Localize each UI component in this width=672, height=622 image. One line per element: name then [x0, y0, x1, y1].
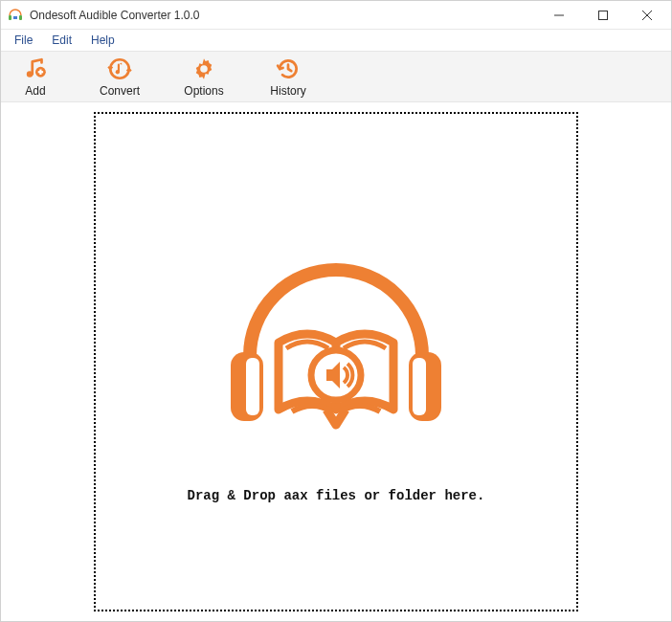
menu-file[interactable]: File [5, 32, 42, 49]
audiobook-headphones-icon [212, 220, 460, 469]
convert-icon [106, 56, 133, 82]
convert-label: Convert [100, 84, 140, 98]
history-button[interactable]: History [265, 56, 311, 98]
close-button[interactable] [625, 1, 669, 30]
svg-rect-17 [413, 358, 426, 415]
history-label: History [270, 84, 305, 98]
maximize-button[interactable] [581, 1, 625, 30]
svg-rect-2 [13, 16, 17, 19]
titlebar: Ondesoft Audible Converter 1.0.0 [1, 1, 671, 30]
svg-point-13 [200, 65, 208, 73]
svg-rect-1 [19, 15, 22, 20]
options-button[interactable]: Options [181, 56, 227, 98]
svg-point-7 [27, 71, 34, 78]
menu-help[interactable]: Help [81, 32, 124, 49]
history-icon [275, 56, 302, 82]
content-area: Drag & Drop aax files or folder here. [1, 102, 671, 621]
svg-rect-0 [9, 15, 11, 20]
menu-edit[interactable]: Edit [42, 32, 81, 49]
toolbar: Add Convert Options [1, 51, 671, 102]
menubar: File Edit Help [1, 30, 671, 51]
svg-rect-15 [246, 358, 259, 415]
drop-zone-message: Drag & Drop aax files or folder here. [188, 488, 485, 503]
minimize-button[interactable] [537, 1, 581, 30]
music-plus-icon [22, 56, 49, 82]
gear-icon [190, 56, 217, 82]
app-icon [7, 7, 24, 24]
add-button[interactable]: Add [12, 56, 58, 98]
svg-point-12 [116, 70, 120, 74]
add-label: Add [25, 84, 45, 98]
options-label: Options [184, 84, 223, 98]
drop-zone[interactable]: Drag & Drop aax files or folder here. [94, 112, 578, 611]
svg-rect-4 [599, 11, 608, 19]
convert-button[interactable]: Convert [97, 56, 143, 98]
window-controls [537, 1, 669, 30]
window-title: Ondesoft Audible Converter 1.0.0 [30, 9, 537, 22]
